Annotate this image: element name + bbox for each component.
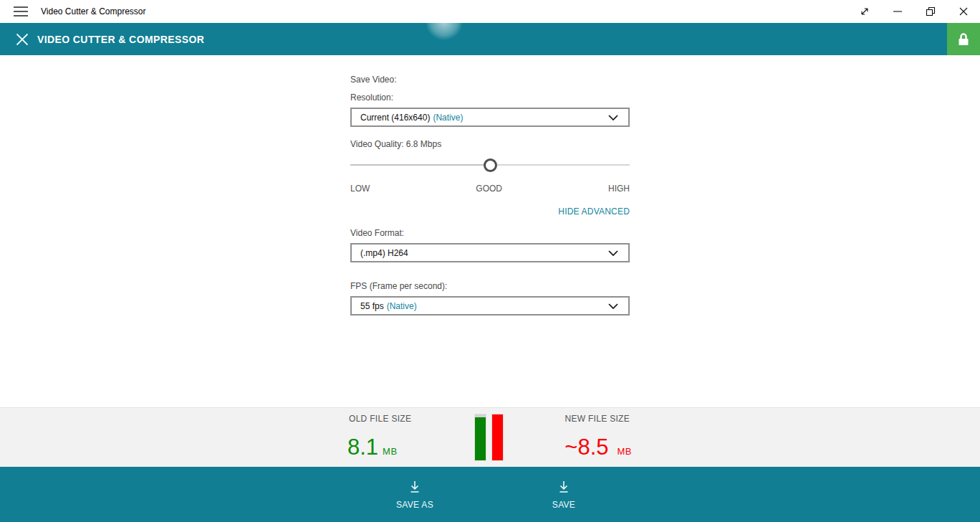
- video-quality-label: Video Quality: 6.8 Mbps: [350, 139, 441, 149]
- command-bar: SAVE AS SAVE: [0, 467, 980, 522]
- new-size-number: ~8.5: [565, 435, 608, 460]
- fps-value: 55 fps: [360, 301, 384, 311]
- file-size-summary: OLD FILE SIZE 8.1 MB NEW FILE SIZE ~8.5 …: [0, 407, 980, 467]
- new-file-size-value: ~8.5 MB: [565, 435, 632, 460]
- save-video-form: Save Video: Resolution: Current (416x640…: [350, 55, 630, 407]
- hamburger-menu-button[interactable]: [9, 0, 33, 23]
- tick-high: HIGH: [608, 184, 630, 194]
- save-button[interactable]: SAVE: [521, 467, 607, 522]
- old-size-number: 8.1: [347, 435, 378, 460]
- download-icon: [556, 480, 572, 495]
- video-format-combobox[interactable]: (.mp4) H264: [350, 243, 630, 262]
- dialog-close-icon: [16, 33, 29, 46]
- file-size-comparison-bars: [475, 414, 503, 460]
- app-title: Video Cutter & Compressor: [41, 0, 146, 23]
- new-size-unit: MB: [618, 446, 633, 457]
- fullscreen-button[interactable]: [848, 0, 881, 23]
- maximize-restore-icon: [926, 6, 936, 16]
- new-file-size-label: NEW FILE SIZE: [565, 414, 630, 424]
- resolution-native-tag: (Native): [433, 113, 463, 123]
- quality-slider[interactable]: [350, 158, 630, 172]
- video-format-label: Video Format:: [350, 228, 404, 238]
- old-size-bar: [475, 414, 486, 460]
- download-icon: [407, 480, 423, 495]
- save-as-button[interactable]: SAVE AS: [372, 467, 458, 522]
- titlebar: Video Cutter & Compressor: [0, 0, 980, 23]
- old-size-unit: MB: [383, 446, 398, 457]
- fps-combobox[interactable]: 55 fps (Native): [350, 296, 630, 315]
- dialog-close-button[interactable]: [7, 23, 37, 55]
- minimize-icon: [893, 7, 902, 16]
- lock-icon: [956, 32, 971, 47]
- chevron-down-icon: [608, 303, 618, 309]
- quality-slider-track: [490, 164, 630, 166]
- dialog-header: VIDEO CUTTER & COMPRESSOR: [0, 23, 980, 55]
- save-label: SAVE: [552, 500, 575, 510]
- window-close-icon: [959, 7, 968, 16]
- minimize-button[interactable]: [881, 0, 914, 23]
- chevron-down-icon: [608, 115, 618, 120]
- hamburger-menu-icon: [14, 6, 28, 17]
- lock-button[interactable]: [947, 23, 980, 55]
- old-file-size-label: OLD FILE SIZE: [349, 414, 411, 424]
- quality-tick-labels: LOW GOOD HIGH: [350, 184, 630, 194]
- fps-native-tag: (Native): [387, 301, 417, 311]
- dialog-title: VIDEO CUTTER & COMPRESSOR: [37, 23, 204, 55]
- fps-label: FPS (Frame per second):: [350, 281, 447, 291]
- hide-advanced-link[interactable]: HIDE ADVANCED: [558, 207, 630, 217]
- tick-low: LOW: [350, 184, 370, 194]
- quality-slider-thumb[interactable]: [484, 158, 497, 172]
- window-close-button[interactable]: [947, 0, 980, 23]
- tick-good: GOOD: [476, 184, 502, 194]
- old-file-size-value: 8.1 MB: [347, 435, 398, 460]
- fullscreen-icon: [860, 6, 870, 16]
- app-window: Video Cutter & Compressor: [0, 0, 980, 522]
- save-video-section-label: Save Video:: [350, 75, 397, 85]
- resolution-combobox[interactable]: Current (416x640) (Native): [350, 108, 630, 127]
- resolution-value: Current (416x640): [360, 113, 430, 123]
- quality-slider-track-fill: [350, 164, 490, 166]
- save-as-label: SAVE AS: [396, 500, 433, 510]
- chevron-down-icon: [608, 250, 618, 256]
- new-size-bar: [492, 414, 503, 460]
- resolution-label: Resolution:: [350, 92, 393, 103]
- maximize-restore-button[interactable]: [914, 0, 947, 23]
- video-format-value: (.mp4) H264: [360, 248, 408, 258]
